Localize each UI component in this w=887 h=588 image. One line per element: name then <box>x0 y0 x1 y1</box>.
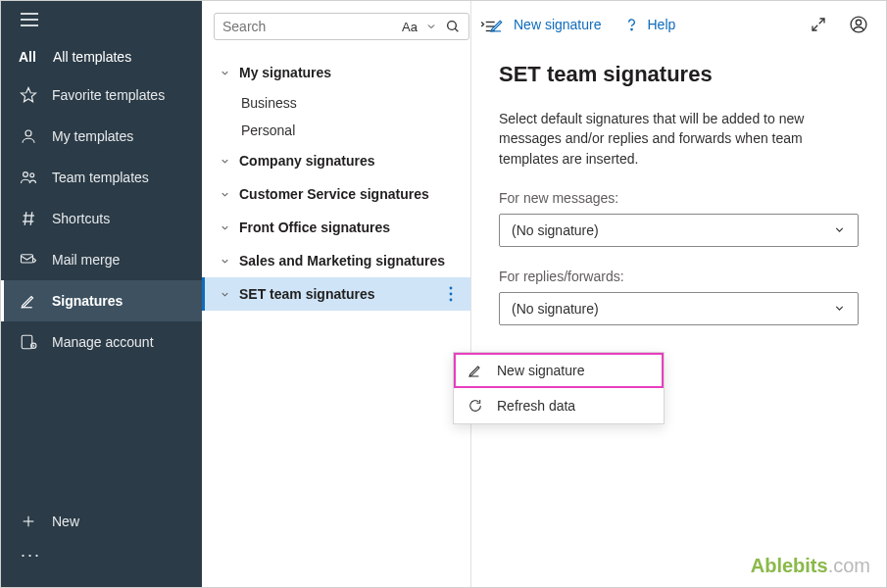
svg-point-23 <box>450 299 453 302</box>
tree-group-label: Sales and Marketing signatures <box>239 253 445 269</box>
sidebar-item-label: My templates <box>52 128 133 144</box>
tree-group-set-team-signatures[interactable]: SET team signatures <box>202 277 470 311</box>
for-replies-forwards-label: For replies/forwards: <box>499 269 859 284</box>
sidebar-item-manage-account[interactable]: Manage account <box>1 321 202 363</box>
context-menu-refresh-data[interactable]: Refresh data <box>454 388 664 423</box>
refresh-icon <box>468 398 485 414</box>
chevron-down-icon <box>220 189 231 200</box>
sidebar-item-label: Mail merge <box>52 252 120 268</box>
sidebar-item-label: Manage account <box>52 334 154 350</box>
for-replies-forwards-select[interactable]: (No signature) <box>499 292 859 325</box>
pen-icon <box>489 17 506 33</box>
tree-group-label: My signatures <box>239 65 331 80</box>
topbar-help-label: Help <box>648 17 676 32</box>
sidebar-tabs: All All templates <box>1 35 202 74</box>
plus-icon <box>19 514 38 529</box>
sidebar-item-team-templates[interactable]: Team templates <box>1 157 202 198</box>
tab-all[interactable]: All <box>19 49 36 65</box>
sidebar-item-label: Team templates <box>52 170 149 185</box>
chevron-down-icon <box>220 256 231 267</box>
chevron-down-icon <box>833 223 846 236</box>
svg-point-6 <box>30 173 34 177</box>
hash-icon <box>19 210 38 227</box>
tree-group-label: Company signatures <box>239 153 374 169</box>
tree-leaf-personal[interactable]: Personal <box>202 117 470 144</box>
pen-icon <box>19 292 38 310</box>
svg-line-17 <box>455 28 458 31</box>
svg-point-5 <box>24 172 28 177</box>
svg-point-24 <box>630 28 631 29</box>
chevron-down-icon <box>220 289 231 300</box>
svg-point-21 <box>450 287 453 290</box>
sidebar-nav: Favorite templates My templates Team tem… <box>1 74 202 504</box>
pen-icon <box>468 363 485 378</box>
tree-leaf-business[interactable]: Business <box>202 89 470 117</box>
chevron-down-icon <box>220 156 231 167</box>
page-description: Select default signatures that will be a… <box>499 109 859 169</box>
signature-tree: My signatures Business Personal Company … <box>202 50 470 317</box>
for-new-messages-select[interactable]: (No signature) <box>499 214 859 247</box>
context-menu-new-signature[interactable]: New signature <box>454 353 664 388</box>
chevron-down-icon <box>220 222 231 233</box>
sidebar: All All templates Favorite templates My … <box>1 1 202 587</box>
chevron-down-icon <box>833 302 846 315</box>
sidebar-new-button[interactable]: New <box>1 504 202 539</box>
tree-group-sales-marketing-signatures[interactable]: Sales and Marketing signatures <box>202 244 470 277</box>
sidebar-item-my-templates[interactable]: My templates <box>1 116 202 157</box>
svg-marker-3 <box>22 88 36 102</box>
tree-group-customer-service-signatures[interactable]: Customer Service signatures <box>202 177 470 211</box>
more-vertical-icon[interactable] <box>445 286 457 302</box>
topbar: New signature Help <box>471 1 886 44</box>
svg-point-28 <box>856 20 861 24</box>
account-icon[interactable] <box>849 15 868 34</box>
sidebar-item-label: Favorite templates <box>52 87 165 103</box>
tab-all-templates[interactable]: All templates <box>53 49 131 65</box>
question-icon <box>623 17 640 33</box>
detail-pane: New signature Help SET team signatures S… <box>471 1 886 587</box>
tree-group-my-signatures[interactable]: My signatures <box>202 56 470 89</box>
select-value: (No signature) <box>512 301 599 317</box>
mail-merge-icon <box>19 251 38 269</box>
sidebar-new-label: New <box>52 514 79 529</box>
sidebar-item-label: Signatures <box>52 293 123 309</box>
hamburger-icon[interactable] <box>21 13 38 26</box>
sidebar-more-icon[interactable]: ··· <box>1 539 202 575</box>
search-input[interactable] <box>222 19 394 34</box>
tree-group-label: Front Office signatures <box>239 220 390 235</box>
tree-group-label: Customer Service signatures <box>239 186 429 202</box>
svg-line-10 <box>30 212 32 225</box>
person-icon <box>19 127 38 145</box>
svg-point-4 <box>25 130 31 136</box>
tree-group-label: SET team signatures <box>239 286 375 302</box>
context-menu-label: Refresh data <box>497 398 575 414</box>
svg-line-25 <box>819 19 824 24</box>
search-options-dropdown[interactable] <box>425 21 437 32</box>
search-box[interactable]: Aa <box>214 13 469 40</box>
case-sensitive-toggle[interactable]: Aa <box>402 20 418 34</box>
for-new-messages-label: For new messages: <box>499 190 859 206</box>
sidebar-item-label: Shortcuts <box>52 211 110 226</box>
search-icon[interactable] <box>445 19 461 34</box>
topbar-new-signature-label: New signature <box>514 17 602 32</box>
tree-group-company-signatures[interactable]: Company signatures <box>202 144 470 177</box>
sidebar-item-mail-merge[interactable]: Mail merge <box>1 239 202 280</box>
sidebar-item-signatures[interactable]: Signatures <box>1 280 202 321</box>
sidebar-item-favorite-templates[interactable]: Favorite templates <box>1 74 202 116</box>
people-icon <box>19 169 38 186</box>
svg-line-26 <box>813 25 817 30</box>
tree-group-front-office-signatures[interactable]: Front Office signatures <box>202 211 470 244</box>
star-icon <box>19 86 38 104</box>
middle-pane: Aa My signatures Business Personal <box>202 1 471 587</box>
topbar-help-button[interactable]: Help <box>623 17 676 33</box>
expand-icon[interactable] <box>810 16 827 33</box>
account-icon <box>19 333 38 351</box>
svg-point-16 <box>448 22 457 30</box>
select-value: (No signature) <box>512 222 599 238</box>
page-title: SET team signatures <box>499 62 859 87</box>
svg-point-22 <box>450 293 453 296</box>
sidebar-item-shortcuts[interactable]: Shortcuts <box>1 198 202 239</box>
svg-rect-12 <box>22 335 32 349</box>
topbar-new-signature-button[interactable]: New signature <box>489 17 602 33</box>
context-menu-label: New signature <box>497 363 585 378</box>
context-menu: New signature Refresh data <box>453 352 665 424</box>
